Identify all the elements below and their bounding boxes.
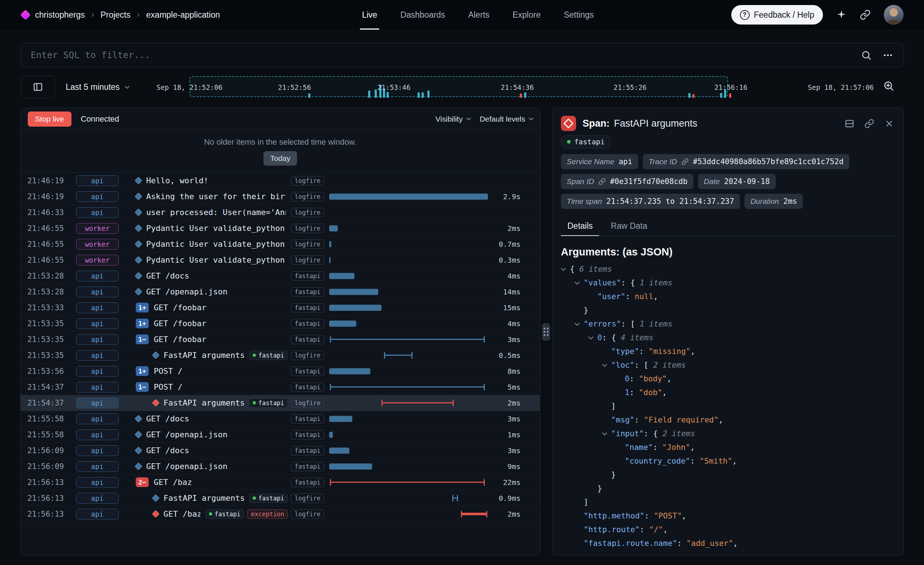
span-attribute-chip[interactable]: Span ID#0e31f5fd70e08cdb	[561, 174, 693, 189]
default-levels-dropdown[interactable]: Default levels	[480, 115, 533, 123]
trace-row[interactable]: 21:53:28apiGET /openapi.jsonfastapi14ms	[21, 284, 540, 300]
error-diamond-icon	[152, 510, 159, 518]
close-panel-button[interactable]	[884, 119, 894, 129]
collapse-count-badge[interactable]: 1+	[136, 303, 149, 312]
default-levels-label: Default levels	[480, 115, 525, 123]
collapse-caret-icon[interactable]	[588, 334, 593, 340]
feedback-help-button[interactable]: ? Feedback / Help	[731, 5, 823, 24]
more-options-icon[interactable]	[882, 50, 893, 61]
badge-fastapi: fastapi	[291, 478, 324, 487]
trace-row-time: 21:53:35	[21, 335, 64, 344]
nav-tab-dashboards[interactable]: Dashboards	[398, 0, 447, 30]
trace-row[interactable]: 21:56:09apiGET /openapi.jsonfastapi9ms	[21, 459, 540, 474]
message-cell: GET /openapi.jsonfastapi	[130, 430, 329, 439]
sql-filter-input[interactable]	[31, 50, 850, 60]
json-line[interactable]: 0: "body",	[562, 372, 895, 386]
time-range-selector[interactable]: Last 5 minutes	[66, 76, 129, 98]
json-line[interactable]: "http.route": "/",	[562, 523, 895, 537]
json-line[interactable]: "http.method": "POST",	[562, 509, 895, 523]
trace-row[interactable]: 21:53:35api1+GET /foobarfastapi4ms	[21, 316, 540, 331]
nav-tab-explore[interactable]: Explore	[510, 0, 543, 30]
tab-details[interactable]: Details	[561, 217, 599, 236]
json-line[interactable]: "fastapi.route.name": "add_user",	[562, 537, 895, 550]
sidebar-toggle-button[interactable]	[21, 76, 55, 98]
collapse-count-badge[interactable]: 1+	[136, 319, 149, 328]
trace-row[interactable]: 21:55:58apiGET /openapi.jsonfastapi1ms	[21, 427, 540, 443]
span-attribute-chip[interactable]: Time span21:54:37.235 to 21:54:37.237	[561, 194, 740, 209]
trace-row[interactable]: 21:53:28apiGET /docsfastapi4ms	[21, 268, 540, 284]
breadcrumb-item[interactable]: christophergs	[35, 10, 85, 20]
collapse-caret-icon[interactable]	[602, 362, 607, 367]
json-line[interactable]: }	[562, 468, 895, 482]
trace-row[interactable]: 21:56:13api2−GET /bazfastapi22ms	[21, 474, 540, 490]
visibility-dropdown[interactable]: Visibility	[435, 115, 470, 123]
span-attribute-chip[interactable]: Date2024-09-18	[698, 174, 776, 189]
search-icon[interactable]	[861, 50, 872, 61]
json-line[interactable]: "input": { 2 items	[562, 427, 895, 441]
nav-tab-live[interactable]: Live	[360, 0, 380, 30]
theme-toggle-button[interactable]	[836, 9, 847, 20]
json-line[interactable]: "name": "John",	[562, 441, 895, 454]
live-trace-panel: Stop live Connected Visibility Default l…	[20, 108, 540, 556]
trace-row[interactable]: 21:56:13apiFastAPI argumentsfastapilogfi…	[21, 490, 540, 506]
zoom-in-button[interactable]	[883, 80, 894, 93]
today-button[interactable]: Today	[264, 151, 297, 166]
trace-row[interactable]: 21:53:35apiFastAPI argumentsfastapilogfi…	[21, 348, 540, 363]
json-line[interactable]: ]	[562, 495, 895, 509]
trace-row[interactable]: 21:46:19apiHello, world!logfire	[21, 173, 540, 189]
json-line[interactable]: }	[562, 303, 895, 317]
trace-row[interactable]: 21:46:19apiAsking the user for their bir…	[21, 189, 540, 205]
breadcrumb-item[interactable]: Projects	[100, 10, 130, 20]
span-attribute-chip[interactable]: Duration2ms	[745, 194, 803, 209]
json-line[interactable]: "values": { 1 items	[562, 276, 895, 290]
trace-row[interactable]: 21:46:55workerPydantic User validate_pyt…	[21, 236, 540, 252]
trace-row[interactable]: 21:46:55workerPydantic User validate_pyt…	[21, 220, 540, 236]
panel-resize-handle[interactable]	[542, 323, 550, 340]
trace-row[interactable]: 21:46:33apiuser processed: User(name='An…	[21, 205, 540, 220]
collapse-caret-icon[interactable]	[574, 321, 580, 326]
collapse-count-badge[interactable]: 1+	[136, 366, 149, 376]
breadcrumb-item[interactable]: example-application	[146, 10, 220, 20]
trace-row[interactable]: 21:56:09apiGET /docsfastapi3ms	[21, 443, 540, 459]
json-line[interactable]: 1: "dob",	[562, 386, 895, 399]
collapse-caret-icon[interactable]	[574, 280, 580, 285]
trace-row[interactable]: 21:56:13apiGET /baz (fofastapiexceptionl…	[21, 506, 540, 522]
json-line[interactable]: "loc": [ 2 items	[562, 358, 895, 372]
trace-row[interactable]: 21:54:37apiFastAPI argumentsfastapilogfi…	[21, 395, 540, 411]
collapse-count-badge[interactable]: 2−	[136, 477, 149, 487]
timeline[interactable]: Sep 18, 21:52:0621:52:5621:53:4621:54:36…	[159, 74, 864, 100]
collapse-count-badge[interactable]: 1−	[136, 334, 149, 344]
trace-row[interactable]: 21:53:56api1+POST /fastapi8ms	[21, 363, 540, 379]
json-line[interactable]: 0: { 4 items	[562, 331, 895, 345]
json-line[interactable]: "type": "missing",	[562, 345, 895, 358]
trace-row[interactable]: 21:55:58apiGET /docsfastapi3ms	[21, 411, 540, 427]
json-line[interactable]: "user": null,	[562, 290, 895, 303]
nav-tab-settings[interactable]: Settings	[562, 0, 596, 30]
json-line[interactable]: "msg": "Field required",	[562, 413, 895, 427]
copy-link-button[interactable]	[864, 119, 874, 129]
stop-live-button[interactable]: Stop live	[28, 111, 72, 127]
json-line[interactable]: "country_code": "Smith",	[562, 454, 895, 468]
share-link-button[interactable]	[860, 9, 871, 20]
trace-row[interactable]: 21:54:37api1−POST /fastapi5ms	[21, 379, 540, 395]
collapse-caret-icon[interactable]	[602, 430, 607, 436]
json-line[interactable]: }	[562, 482, 895, 495]
trace-row[interactable]: 21:53:35api1−GET /foobarfastapi3ms	[21, 331, 540, 348]
timeline-selection[interactable]	[189, 76, 728, 97]
collapse-count-badge[interactable]: 1−	[136, 382, 149, 392]
span-attribute-chip[interactable]: Trace ID#53ddc40980a86b57bfe89c1cc01c752…	[643, 154, 849, 169]
json-line[interactable]: "errors": [ 1 items	[562, 317, 895, 331]
user-avatar[interactable]	[884, 5, 904, 25]
span-attribute-chip[interactable]: Service Nameapi	[561, 154, 638, 169]
tab-raw-data[interactable]: Raw Data	[604, 217, 654, 235]
scope-badge[interactable]: fastapi	[561, 135, 611, 148]
layout-toggle-button[interactable]	[844, 119, 854, 129]
trace-message: Hello, world!	[146, 176, 208, 185]
json-line[interactable]: { 6 items	[562, 262, 895, 276]
json-line[interactable]: ]	[562, 399, 895, 413]
logfire-logo-icon[interactable]	[20, 9, 31, 20]
trace-row[interactable]: 21:46:55workerPydantic User validate_pyt…	[21, 252, 540, 268]
collapse-caret-icon[interactable]	[561, 266, 566, 271]
nav-tab-alerts[interactable]: Alerts	[466, 0, 492, 30]
trace-row[interactable]: 21:53:33api1+GET /foobarfastapi15ms	[21, 300, 540, 316]
